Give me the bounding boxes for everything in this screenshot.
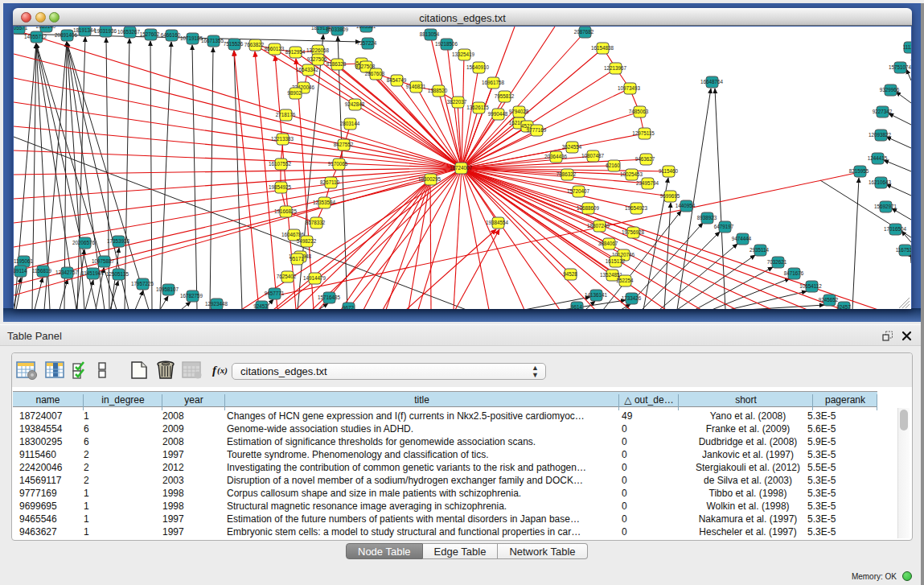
svg-text:12505135: 12505135 <box>106 271 129 277</box>
svg-text:8267110: 8267110 <box>320 179 340 185</box>
svg-text:252254: 252254 <box>616 278 634 283</box>
svg-text:8912954: 8912954 <box>285 49 306 55</box>
svg-text:39114: 39114 <box>14 268 27 274</box>
svg-text:13325419: 13325419 <box>452 51 475 57</box>
svg-text:14914479: 14914479 <box>303 275 326 281</box>
svg-text:16154838: 16154838 <box>591 45 614 51</box>
svg-text:16543342: 16543342 <box>296 67 319 72</box>
svg-text:9777169: 9777169 <box>527 127 547 133</box>
svg-text:7485063: 7485063 <box>629 109 649 114</box>
svg-text:6466160: 6466160 <box>161 32 181 38</box>
svg-text:6479197: 6479197 <box>714 224 734 229</box>
svg-text:8813054: 8813054 <box>420 31 440 37</box>
svg-text:18724007: 18724007 <box>450 165 473 171</box>
svg-text:1603381: 1603381 <box>356 27 376 29</box>
svg-text:2867608: 2867608 <box>365 71 385 76</box>
svg-text:16782759: 16782759 <box>180 293 203 299</box>
svg-text:7357224: 7357224 <box>357 40 377 46</box>
svg-text:8215955: 8215955 <box>849 168 869 174</box>
svg-text:13226058: 13226058 <box>306 47 330 53</box>
svg-text:10025453: 10025453 <box>620 171 643 177</box>
svg-text:3822037: 3822037 <box>447 99 467 105</box>
svg-text:1440954: 1440954 <box>676 203 696 208</box>
svg-text:18191344: 18191344 <box>73 27 97 33</box>
svg-text:9457771: 9457771 <box>265 290 285 296</box>
svg-text:8660123: 8660123 <box>265 46 285 51</box>
svg-text:16210643: 16210643 <box>869 179 892 185</box>
svg-text:9699695: 9699695 <box>660 193 680 199</box>
svg-text:7515526: 7515526 <box>224 41 244 47</box>
svg-text:11451944: 11451944 <box>81 270 104 276</box>
svg-text:10975887: 10975887 <box>92 258 115 264</box>
svg-text:10654112: 10654112 <box>799 283 822 289</box>
svg-text:8938923: 8938923 <box>697 215 717 220</box>
svg-text:9672: 9672 <box>343 305 355 309</box>
svg-text:62160: 62160 <box>606 163 620 168</box>
svg-text:8471676: 8471676 <box>784 270 804 276</box>
svg-text:18300295: 18300295 <box>418 176 441 182</box>
svg-text:15692971: 15692971 <box>874 204 897 209</box>
svg-text:19654923: 19654923 <box>625 205 648 211</box>
svg-text:16671355: 16671355 <box>201 38 224 43</box>
svg-text:2803144: 2803144 <box>340 121 360 126</box>
svg-text:8427552: 8427552 <box>334 142 354 147</box>
svg-text:15720407: 15720407 <box>567 188 590 194</box>
svg-text:9245652: 9245652 <box>819 297 839 303</box>
svg-text:19384554: 19384554 <box>486 220 509 225</box>
svg-text:19756928: 19756928 <box>622 229 645 235</box>
svg-text:9990448: 9990448 <box>488 111 508 117</box>
svg-text:98902: 98902 <box>287 90 302 96</box>
svg-text:17353938: 17353938 <box>107 238 130 244</box>
svg-text:1527602: 1527602 <box>140 31 160 37</box>
svg-text:8454749: 8454749 <box>387 77 407 83</box>
svg-text:14136141: 14136141 <box>585 292 608 298</box>
svg-text:1733426: 1733426 <box>622 295 642 301</box>
svg-text:7625402: 7625402 <box>277 274 297 279</box>
svg-text:7032621: 7032621 <box>767 259 787 265</box>
svg-text:10807487: 10807487 <box>581 153 605 159</box>
svg-text:92453: 92453 <box>253 303 268 309</box>
svg-text:10973493: 10973493 <box>618 85 641 91</box>
svg-text:19031936: 19031936 <box>94 28 117 34</box>
svg-text:19854925: 19854925 <box>269 184 292 190</box>
svg-text:16648764: 16648764 <box>700 79 724 84</box>
svg-text:1156819: 1156819 <box>32 268 52 274</box>
svg-text:9242848: 9242848 <box>345 101 365 107</box>
svg-text:17016504: 17016504 <box>884 226 907 232</box>
svg-text:8186328: 8186328 <box>326 61 347 67</box>
svg-text:12213383: 12213383 <box>271 136 294 142</box>
svg-text:9327506: 9327506 <box>307 56 327 62</box>
svg-text:14055712: 14055712 <box>24 34 47 39</box>
svg-text:8678332: 8678332 <box>306 220 326 225</box>
svg-text:9794028: 9794028 <box>509 109 529 114</box>
svg-text:15640910: 15640910 <box>466 64 490 70</box>
svg-text:9329966: 9329966 <box>880 87 900 93</box>
svg-text:12975115: 12975115 <box>632 130 655 136</box>
svg-text:9170065: 9170065 <box>328 161 348 167</box>
svg-text:16107552: 16107552 <box>269 161 292 167</box>
svg-text:9463627: 9463627 <box>635 156 655 162</box>
svg-text:5498222: 5498222 <box>297 238 317 244</box>
svg-text:20364436: 20364436 <box>544 154 568 159</box>
svg-text:3624554: 3624554 <box>562 144 582 150</box>
svg-text:3884067: 3884067 <box>598 241 618 246</box>
svg-text:7886322: 7886322 <box>556 171 577 177</box>
svg-text:12353594: 12353594 <box>313 200 336 205</box>
svg-text:12093822: 12093822 <box>869 132 892 138</box>
svg-text:1615132: 1615132 <box>606 258 626 264</box>
svg-text:1905571: 1905571 <box>14 27 28 31</box>
svg-text:16961758: 16961758 <box>482 80 505 85</box>
svg-text:20891406: 20891406 <box>55 32 78 38</box>
svg-text:2087682: 2087682 <box>574 29 594 35</box>
svg-text:18807249: 18807249 <box>587 223 610 229</box>
svg-text:10958107: 10958107 <box>156 286 179 292</box>
svg-text:15716485: 15716485 <box>318 295 341 300</box>
svg-text:10653267: 10653267 <box>117 29 141 35</box>
svg-text:9474444: 9474444 <box>732 236 752 241</box>
svg-text:1244415: 1244415 <box>868 155 888 161</box>
svg-text:1195061: 1195061 <box>14 258 34 264</box>
svg-text:9614: 9614 <box>571 304 583 309</box>
svg-text:23495794: 23495794 <box>636 180 659 186</box>
svg-text:2718176: 2718176 <box>276 112 296 117</box>
svg-text:17957225: 17957225 <box>131 281 154 286</box>
